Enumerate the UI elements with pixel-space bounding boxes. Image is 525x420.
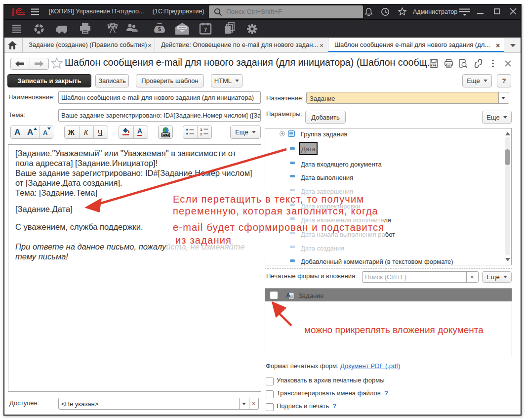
svg-text:2: 2 [200,132,202,136]
svg-text:7: 7 [204,27,207,34]
svg-text:1: 1 [200,127,202,132]
svg-text:А: А [286,292,291,299]
svg-text:$: $ [158,26,161,32]
